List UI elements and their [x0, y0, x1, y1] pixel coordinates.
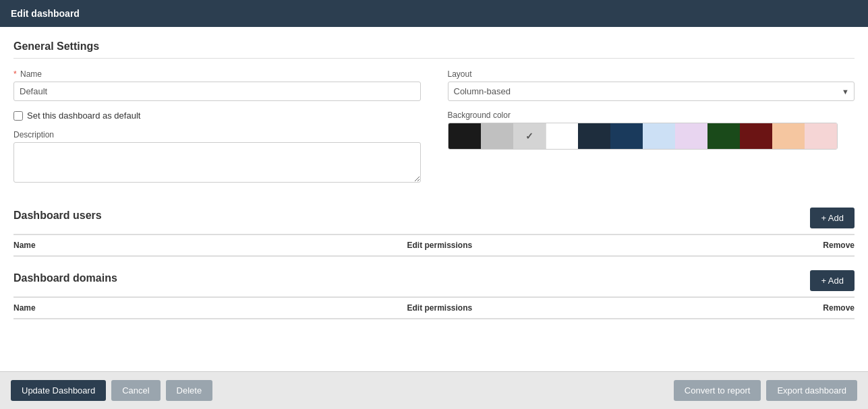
- description-input[interactable]: [13, 142, 421, 183]
- dashboard-users-header: Dashboard users + Add: [13, 208, 855, 234]
- name-input[interactable]: [13, 82, 421, 101]
- settings-left: * Name Set this dashboard as default Des…: [13, 69, 421, 194]
- default-checkbox-label: Set this dashboard as default: [27, 111, 140, 121]
- cancel-button[interactable]: Cancel: [111, 380, 160, 401]
- color-palette: [448, 123, 838, 150]
- general-settings-section: General Settings * Name Set this dashboa…: [13, 40, 855, 194]
- dashboard-users-section: Dashboard users + Add Name Edit permissi…: [13, 208, 855, 257]
- color-swatch-dark-navy[interactable]: [578, 123, 610, 149]
- name-label: * Name: [13, 69, 421, 79]
- color-swatch-peach[interactable]: [772, 123, 805, 149]
- color-swatch-dark-red[interactable]: [740, 123, 772, 149]
- convert-to-report-button[interactable]: Convert to report: [674, 380, 761, 401]
- color-swatch-light-blue[interactable]: [643, 123, 675, 149]
- color-swatch-silver[interactable]: [481, 123, 513, 149]
- settings-row: * Name Set this dashboard as default Des…: [13, 69, 855, 194]
- layout-select[interactable]: Column-based Grid: [448, 82, 855, 101]
- layout-group: Layout Column-based Grid ▼: [448, 69, 855, 101]
- users-table-header: Name Edit permissions Remove: [13, 235, 855, 256]
- name-group: * Name: [13, 69, 421, 101]
- description-group: Description: [13, 130, 421, 185]
- bg-color-group: Background color: [448, 111, 855, 150]
- layout-select-wrapper: Column-based Grid ▼: [448, 82, 855, 101]
- add-user-button[interactable]: + Add: [810, 208, 855, 228]
- bg-color-label: Background color: [448, 111, 855, 120]
- users-col-name: Name: [13, 241, 407, 250]
- delete-button[interactable]: Delete: [166, 380, 213, 401]
- color-swatch-navy[interactable]: [610, 123, 643, 149]
- dashboard-domains-title: Dashboard domains: [13, 272, 117, 290]
- color-swatch-dark-green[interactable]: [707, 123, 740, 149]
- modal-header: Edit dashboard: [0, 0, 868, 27]
- default-checkbox[interactable]: [13, 111, 23, 121]
- required-star: *: [13, 69, 17, 79]
- modal-title: Edit dashboard: [11, 8, 80, 19]
- color-swatch-light-gray[interactable]: [513, 123, 546, 149]
- domains-col-permissions: Edit permissions: [407, 303, 801, 313]
- dashboard-users-title: Dashboard users: [13, 210, 102, 227]
- general-settings-title: General Settings: [13, 40, 855, 59]
- users-col-remove: Remove: [801, 241, 855, 250]
- add-domain-button[interactable]: + Add: [810, 270, 855, 291]
- color-swatch-light-pink[interactable]: [805, 123, 837, 149]
- domains-col-name: Name: [13, 303, 407, 313]
- edit-dashboard-modal: Edit dashboard General Settings * Name: [0, 0, 868, 409]
- update-dashboard-button[interactable]: Update Dashboard: [11, 380, 106, 401]
- users-col-permissions: Edit permissions: [407, 241, 801, 250]
- domains-col-remove: Remove: [801, 303, 855, 313]
- color-swatch-white[interactable]: [546, 123, 578, 149]
- footer-left: Update Dashboard Cancel Delete: [11, 380, 212, 401]
- default-checkbox-row: Set this dashboard as default: [13, 111, 421, 121]
- export-dashboard-button[interactable]: Export dashboard: [766, 380, 857, 401]
- dashboard-domains-section: Dashboard domains + Add Name Edit permis…: [13, 270, 855, 319]
- modal-footer: Update Dashboard Cancel Delete Convert t…: [0, 371, 868, 409]
- domains-table-header: Name Edit permissions Remove: [13, 298, 855, 319]
- dashboard-domains-header: Dashboard domains + Add: [13, 270, 855, 297]
- modal-body: General Settings * Name Set this dashboa…: [0, 27, 868, 371]
- description-label: Description: [13, 130, 421, 139]
- color-swatch-black[interactable]: [449, 123, 481, 149]
- footer-right: Convert to report Export dashboard: [674, 380, 857, 401]
- settings-right: Layout Column-based Grid ▼ Background co…: [448, 69, 855, 194]
- color-swatch-lavender[interactable]: [675, 123, 707, 149]
- layout-label: Layout: [448, 69, 855, 79]
